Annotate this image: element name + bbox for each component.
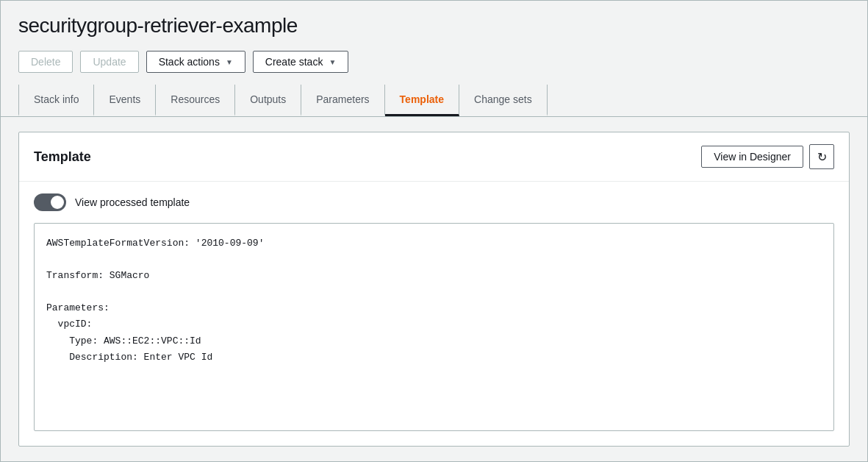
refresh-button[interactable]: ↻	[809, 144, 834, 169]
delete-button[interactable]: Delete	[18, 51, 73, 73]
toggle-knob	[51, 196, 64, 209]
panel-header: Template View in Designer ↻	[19, 132, 849, 182]
toggle-row: View processed template	[19, 182, 849, 223]
page-wrapper: securitygroup-retriever-example Delete U…	[0, 0, 868, 462]
tab-events[interactable]: Events	[94, 85, 156, 116]
toolbar: Delete Update Stack actions ▼ Create sta…	[18, 51, 850, 73]
view-processed-toggle[interactable]	[34, 193, 66, 211]
stack-actions-label: Stack actions	[159, 56, 220, 68]
header-area: securitygroup-retriever-example Delete U…	[1, 1, 867, 73]
page-title: securitygroup-retriever-example	[18, 14, 850, 38]
toggle-label: View processed template	[75, 196, 190, 208]
stack-actions-button[interactable]: Stack actions ▼	[146, 51, 245, 73]
content-panel: Template View in Designer ↻ View process…	[18, 132, 850, 447]
tab-resources[interactable]: Resources	[156, 85, 235, 116]
create-stack-button[interactable]: Create stack ▼	[253, 51, 349, 73]
code-area[interactable]: AWSTemplateFormatVersion: '2010-09-09' T…	[34, 223, 834, 431]
stack-actions-chevron-icon: ▼	[226, 58, 233, 66]
template-code: AWSTemplateFormatVersion: '2010-09-09' T…	[46, 235, 822, 366]
update-button[interactable]: Update	[80, 51, 138, 73]
tab-template[interactable]: Template	[385, 85, 459, 116]
tab-stack-info[interactable]: Stack info	[18, 85, 94, 116]
main-content: Template View in Designer ↻ View process…	[1, 117, 867, 461]
panel-actions: View in Designer ↻	[701, 144, 834, 169]
tabs-bar: Stack info Events Resources Outputs Para…	[1, 85, 867, 117]
panel-title: Template	[34, 149, 91, 165]
create-stack-chevron-icon: ▼	[329, 58, 336, 66]
tab-change-sets[interactable]: Change sets	[459, 85, 548, 116]
view-in-designer-button[interactable]: View in Designer	[701, 146, 803, 168]
tab-parameters[interactable]: Parameters	[301, 85, 384, 116]
tab-outputs[interactable]: Outputs	[235, 85, 301, 116]
create-stack-label: Create stack	[265, 56, 323, 68]
refresh-icon: ↻	[817, 150, 827, 164]
